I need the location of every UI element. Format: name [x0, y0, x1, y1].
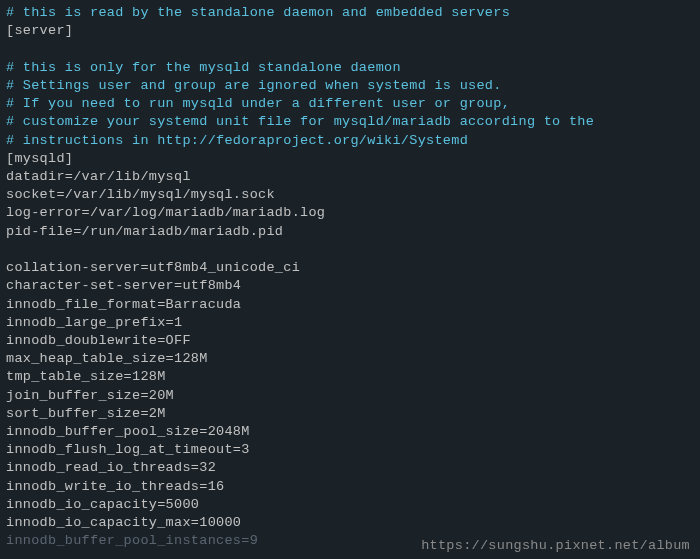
config-line: character-set-server=utf8mb4	[6, 277, 694, 295]
config-line: innodb_io_capacity=5000	[6, 496, 694, 514]
config-line: innodb_buffer_pool_size=2048M	[6, 423, 694, 441]
config-line: innodb_io_capacity_max=10000	[6, 514, 694, 532]
watermark-text: https://sungshu.pixnet.net/album	[421, 537, 690, 555]
config-line: sort_buffer_size=2M	[6, 405, 694, 423]
config-line: tmp_table_size=128M	[6, 368, 694, 386]
config-line: log-error=/var/log/mariadb/mariadb.log	[6, 204, 694, 222]
config-line: # If you need to run mysqld under a diff…	[6, 95, 694, 113]
config-line: datadir=/var/lib/mysql	[6, 168, 694, 186]
config-line	[6, 241, 694, 259]
config-line: # this is read by the standalone daemon …	[6, 4, 694, 22]
config-line: [server]	[6, 22, 694, 40]
config-line: innodb_file_format=Barracuda	[6, 296, 694, 314]
config-line: collation-server=utf8mb4_unicode_ci	[6, 259, 694, 277]
config-line: innodb_doublewrite=OFF	[6, 332, 694, 350]
config-line: # Settings user and group are ignored wh…	[6, 77, 694, 95]
config-line: innodb_large_prefix=1	[6, 314, 694, 332]
config-line: max_heap_table_size=128M	[6, 350, 694, 368]
config-line: innodb_write_io_threads=16	[6, 478, 694, 496]
config-line: pid-file=/run/mariadb/mariadb.pid	[6, 223, 694, 241]
config-line: # this is only for the mysqld standalone…	[6, 59, 694, 77]
config-line: innodb_flush_log_at_timeout=3	[6, 441, 694, 459]
config-line: innodb_read_io_threads=32	[6, 459, 694, 477]
config-line: # instructions in http://fedoraproject.o…	[6, 132, 694, 150]
config-line: socket=/var/lib/mysql/mysql.sock	[6, 186, 694, 204]
config-file-content: # this is read by the standalone daemon …	[6, 4, 694, 551]
config-line: # customize your systemd unit file for m…	[6, 113, 694, 131]
config-line: [mysqld]	[6, 150, 694, 168]
config-line: join_buffer_size=20M	[6, 387, 694, 405]
config-line	[6, 40, 694, 58]
